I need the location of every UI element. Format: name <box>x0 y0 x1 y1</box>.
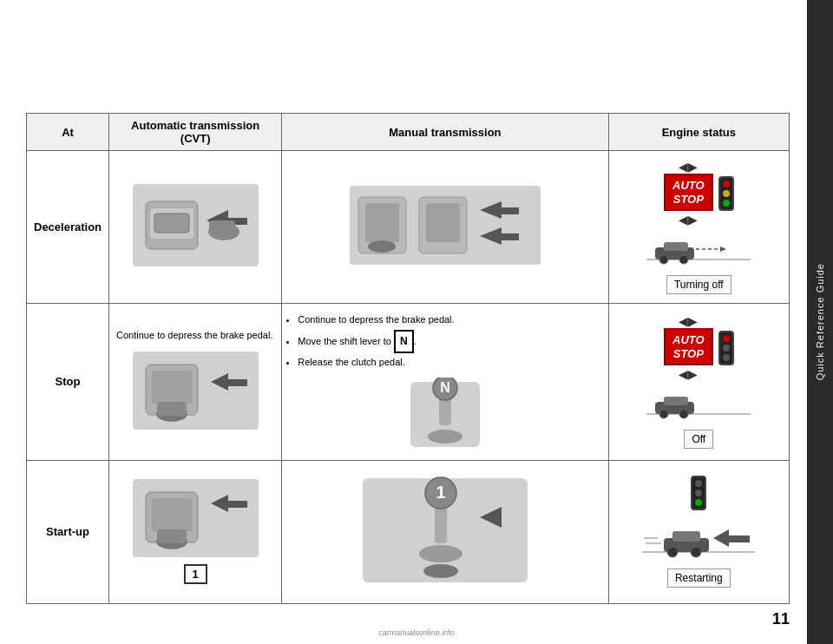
svg-text:N: N <box>440 380 450 395</box>
bullet-3: Release the clutch pedal. <box>298 355 602 371</box>
auto-stop-badge-stop: AUTO STOP <box>664 328 713 365</box>
svg-rect-39 <box>664 397 688 405</box>
svg-point-23 <box>659 255 668 264</box>
traffic-light-red <box>723 181 730 187</box>
svg-rect-27 <box>152 371 192 404</box>
svg-point-62 <box>691 547 701 557</box>
traffic-light-startup-green <box>695 499 702 506</box>
sidebar-label: Quick Reference Guide <box>815 263 825 380</box>
engine-status-startup: Restarting <box>618 476 780 588</box>
svg-marker-20 <box>720 246 726 252</box>
svg-point-55 <box>423 564 458 578</box>
svg-rect-29 <box>157 402 187 416</box>
main-content-table: At Automatic transmission (CVT) Manual t… <box>26 113 790 604</box>
svg-point-40 <box>659 410 668 418</box>
engine-status-stop-label: Off <box>684 430 713 449</box>
cell-cvt-deceleration <box>109 151 282 304</box>
svg-rect-46 <box>157 529 187 543</box>
cell-manual-stop: Continue to depress the brake pedal. Mov… <box>282 304 608 460</box>
svg-rect-14 <box>502 233 519 240</box>
gear-startup-svg: 1 <box>358 474 532 587</box>
auto-stop-badge-deceleration: AUTO STOP <box>664 174 713 211</box>
svg-point-54 <box>419 545 462 562</box>
svg-rect-60 <box>672 531 700 542</box>
header-engine: Engine status <box>608 114 789 151</box>
row-label-deceleration: Deceleration <box>27 151 109 304</box>
row-label-startup: Start-up <box>27 460 109 603</box>
svg-point-61 <box>667 547 678 557</box>
svg-rect-12 <box>502 207 519 214</box>
cell-manual-startup: 1 <box>282 460 608 603</box>
page-number: 11 <box>772 610 790 628</box>
engine-status-deceleration: ◀▶ AUTO STOP ◀▶ <box>618 160 780 294</box>
cell-cvt-stop: Continue to depress the brake pedal. <box>109 304 282 460</box>
cvt-deceleration-svg <box>133 184 259 266</box>
cvt-stop-text: Continue to depress the brake pedal. <box>116 329 274 342</box>
cell-engine-startup: Restarting <box>608 460 789 603</box>
traffic-light-stop-red <box>723 335 730 342</box>
n-badge: N <box>394 330 414 353</box>
svg-rect-7 <box>209 220 235 233</box>
svg-point-24 <box>679 255 688 264</box>
svg-rect-16 <box>426 203 460 242</box>
engine-status-deceleration-label: Turning off <box>666 275 731 294</box>
traffic-light-stop-yellow <box>723 345 730 352</box>
svg-rect-31 <box>228 379 247 386</box>
car-stop-svg <box>646 386 751 419</box>
svg-text:1: 1 <box>436 483 445 502</box>
svg-point-17 <box>368 240 396 253</box>
traffic-light-yellow <box>723 190 730 197</box>
svg-rect-64 <box>729 536 750 542</box>
svg-marker-63 <box>713 529 729 547</box>
row-label-stop: Stop <box>27 304 109 460</box>
svg-rect-22 <box>664 242 688 251</box>
cvt-stop-svg <box>133 352 259 430</box>
gear-n-svg: N <box>406 378 484 451</box>
header-manual: Manual transmission <box>282 114 608 151</box>
svg-rect-15 <box>365 203 399 242</box>
svg-rect-5 <box>154 214 189 233</box>
gear-1-badge-cvt: 1 <box>184 564 207 584</box>
watermark: carmanualsonline.info <box>378 628 455 637</box>
traffic-light-startup-yellow <box>695 490 702 496</box>
traffic-light-startup-red <box>695 480 702 487</box>
svg-rect-44 <box>152 498 192 531</box>
cvt-startup-svg <box>133 479 259 557</box>
engine-status-startup-label: Restarting <box>667 568 731 588</box>
svg-point-36 <box>428 430 462 444</box>
header-at: At <box>27 114 109 151</box>
engine-status-stop: ◀▶ AUTO STOP ◀▶ <box>618 314 780 449</box>
car-startup-svg <box>642 519 755 558</box>
table-row-startup: Start-up 1 <box>27 460 790 603</box>
bullet-2: Move the shift lever to N. <box>298 330 602 353</box>
traffic-light-stop-green <box>723 354 730 361</box>
manual-stop-bullets: Continue to depress the brake pedal. Mov… <box>287 312 602 370</box>
table-row-stop: Stop Continue to depress the brake pedal… <box>27 304 790 460</box>
car-deceleration-svg <box>646 232 751 265</box>
cell-manual-deceleration <box>282 151 608 304</box>
header-cvt: Automatic transmission (CVT) <box>109 114 282 151</box>
manual-deceleration-svg <box>341 184 549 266</box>
bullet-1: Continue to depress the brake pedal. <box>298 312 602 328</box>
traffic-light-green <box>723 200 730 207</box>
cell-engine-deceleration: ◀▶ AUTO STOP ◀▶ <box>608 151 789 304</box>
table-row-deceleration: Deceleration <box>27 151 790 304</box>
cell-engine-stop: ◀▶ AUTO STOP ◀▶ <box>608 304 789 460</box>
svg-point-41 <box>679 410 688 418</box>
cell-cvt-startup: 1 <box>109 460 282 603</box>
right-sidebar: Quick Reference Guide <box>807 0 833 644</box>
svg-rect-48 <box>228 501 247 508</box>
cvt-stop-image <box>116 348 274 435</box>
